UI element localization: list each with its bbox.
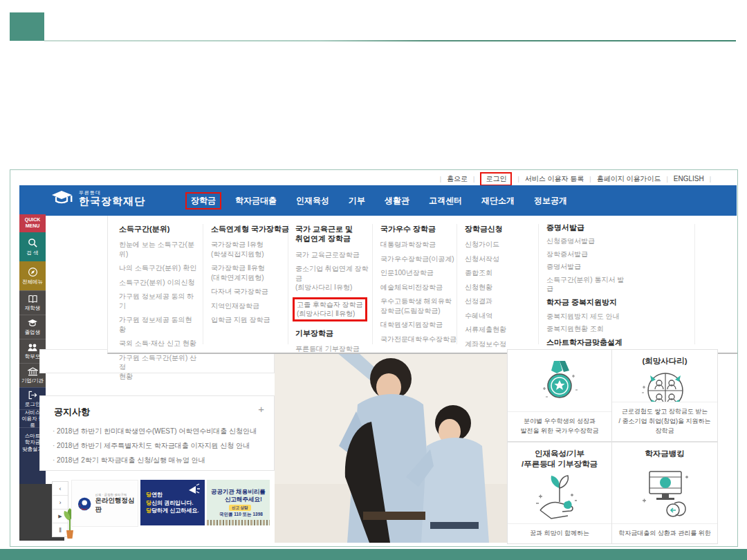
megamenu-item[interactable]: 증명서발급 bbox=[546, 262, 625, 272]
site-logo[interactable]: 푸른등대 한국장학재단 bbox=[51, 189, 145, 207]
promo-card-caption: 꿈과 희망이 함께하는 bbox=[508, 523, 611, 543]
megamenu-item[interactable]: 중복지원방지 제도 안내 bbox=[546, 312, 625, 321]
megamenu-item[interactable]: 가구원 정보제공 동의 하기 bbox=[119, 292, 198, 310]
megamenu-item[interactable]: 가구원 정보제공 동의현황 bbox=[119, 315, 198, 334]
notice-item[interactable]: 2018년 하반기 제주특별자치도 학자금대출 이자지원 신청 안내 bbox=[53, 441, 267, 451]
megamenu-item[interactable]: 국외 소득·재산 신고 현황 bbox=[119, 339, 198, 348]
megamenu-item[interactable]: 신청서작성 bbox=[465, 254, 544, 264]
megamenu-item[interactable]: 중복지원현황 조회 bbox=[546, 324, 625, 334]
megamenu-item[interactable]: 종합조회 bbox=[465, 268, 544, 278]
megamenu-header-excellence[interactable]: 국가우수 장학금 bbox=[380, 224, 459, 234]
nav-item-talent[interactable]: 인재육성 bbox=[286, 192, 339, 209]
megamenu-header-income[interactable]: 소득구간(분위) bbox=[119, 224, 198, 234]
nav-item-disclosure[interactable]: 정보공개 bbox=[524, 192, 577, 209]
megamenu-item[interactable]: 예술체육비전장학금 bbox=[380, 283, 459, 292]
megamenu-subheader-duplicate-prevention[interactable]: 학자금 중복지원방지 bbox=[546, 297, 625, 308]
banner-online-admin-appeal[interactable]: 신속 · 공정한 권리구제 온라인행정심판 bbox=[71, 480, 138, 527]
utility-link-register[interactable]: 서비스 이용자 등록 bbox=[525, 174, 584, 184]
notice-board: 공지사항 + 2018년 하반기 한미대학생연수(WEST) 어학연수비대출 신… bbox=[39, 395, 275, 471]
megamenu-item[interactable]: 수혜내역 bbox=[465, 311, 544, 321]
megamenu-item[interactable]: 장학증서발급 bbox=[546, 250, 625, 259]
utility-link-english[interactable]: ENGLISH bbox=[674, 175, 704, 183]
quickmenu-graduate[interactable]: 졸업생 bbox=[19, 315, 46, 339]
promo-card-title: (희망사다리) bbox=[612, 356, 717, 366]
notice-item[interactable]: 2018년 하반기 한미대학생연수(WEST) 어학연수비대출 신청안내 bbox=[53, 427, 267, 436]
slide-accent-square bbox=[10, 12, 44, 41]
promo-card-national-excellence[interactable]: 분야별 우수학생의 성장과 발전을 위한 국가우수장학금 bbox=[507, 349, 612, 442]
separator: | bbox=[517, 176, 519, 183]
banner1-title: 온라인행정심판 bbox=[95, 496, 138, 514]
quickmenu-all-menu[interactable]: 전체메뉴 bbox=[19, 261, 46, 290]
nav-item-service-center[interactable]: 고객센터 bbox=[419, 192, 472, 209]
notice-list: 2018년 하반기 한미대학생연수(WEST) 어학연수비대출 신청안내 201… bbox=[53, 427, 267, 470]
banner2-emphasis: 당 bbox=[146, 507, 151, 514]
megamenu-item[interactable]: 계좌정보수정 bbox=[465, 339, 544, 349]
megamenu-col-work-study: 국가 교육근로 및 취업연계 장학금 국가 교육근로장학금 중소기업 취업연계 … bbox=[295, 224, 374, 358]
hero-photo-graphic bbox=[275, 346, 507, 543]
megamenu-item[interactable]: 소득구간(분위) 이의신청 bbox=[119, 278, 198, 288]
megamenu-subheader-smart-plan[interactable]: 스마트학자금맞춤설계 bbox=[546, 337, 625, 348]
nav-menu: 장학금 학자금대출 인재육성 기부 생활관 고객센터 재단소개 정보공개 bbox=[181, 185, 577, 216]
megamenu-header-application[interactable]: 장학금신청 bbox=[465, 224, 544, 234]
megamenu-item[interactable]: 서류제출현황 bbox=[465, 325, 544, 335]
megamenu-item[interactable]: 가구원 소득구간(분위) 산정 현황 bbox=[119, 353, 198, 382]
megamenu-item[interactable]: 다자녀 국가장학금 bbox=[211, 287, 290, 297]
banking-monitor-icon bbox=[636, 467, 694, 523]
quickmenu-search-label: 검 색 bbox=[26, 250, 38, 256]
megamenu-header-certificates[interactable]: 증명서발급 bbox=[546, 223, 625, 232]
megamenu-item[interactable]: 국가장학금 Ⅰ유형 (학생직접지원형) bbox=[211, 240, 290, 259]
login-icon bbox=[28, 391, 37, 400]
megamenu-subheader-donation[interactable]: 기부장학금 bbox=[295, 328, 374, 339]
megamenu-item[interactable]: 국가장학금 Ⅱ유형 (대학연계지원형) bbox=[211, 263, 290, 282]
carousel-prev-button[interactable]: ‹ bbox=[53, 482, 68, 496]
promo-card-hope-ladder[interactable]: (희망사다리) 근로경험도 쌓고 장학금도 받는 / 중소기업 취업(창업)을 … bbox=[611, 349, 718, 442]
quickmenu-student-label: 재학생 bbox=[25, 305, 41, 311]
gradcap-logo-icon bbox=[51, 189, 75, 207]
megamenu-item[interactable]: 대통령과학장학금 bbox=[380, 240, 459, 250]
utility-link-guide[interactable]: 홈페이지 이용가이드 bbox=[597, 174, 661, 184]
bank-icon bbox=[28, 367, 38, 376]
megamenu-item[interactable]: 나의 소득구간(분위) 확인 bbox=[119, 263, 198, 273]
nav-item-donation[interactable]: 기부 bbox=[339, 192, 375, 209]
nav-item-loan[interactable]: 학자금대출 bbox=[225, 192, 286, 209]
banner-report-rights[interactable]: 당연한 당신의 권리입니다. 당당하게 신고하세요. bbox=[140, 480, 205, 525]
nav-item-dormitory[interactable]: 생활관 bbox=[375, 192, 419, 209]
megamenu-header-income-linked[interactable]: 소득연계형 국가장학금 bbox=[211, 224, 290, 234]
megamenu-item[interactable]: 한눈에 보는 소득구간(분위) bbox=[119, 240, 198, 259]
megamenu-item[interactable]: 국가우수장학금(이공계) bbox=[380, 254, 459, 264]
megamenu-item[interactable]: 국가전문대학우수장학금 bbox=[380, 335, 459, 344]
promo-card-talent-donation[interactable]: 인재육성/기부 /푸른등대 기부장학금 꿈과 희망이 함께하는 bbox=[507, 442, 612, 544]
megamenu-col-income-bracket: 소득구간(분위) 한눈에 보는 소득구간(분위) 나의 소득구간(분위) 확인 … bbox=[119, 224, 198, 386]
promo-card-caption: 분야별 우수학생의 성장과 발전을 위한 국가우수장학금 bbox=[508, 411, 611, 441]
megamenu-header-work-study[interactable]: 국가 교육근로 및 취업연계 장학금 bbox=[295, 224, 374, 244]
banner-hiring-corruption-report[interactable]: 공공기관 채용비리를 신고해주세요! 신고 상담 국민콜 110 또는 1398 bbox=[207, 480, 270, 525]
megamenu-item[interactable]: 인문100년장학금 bbox=[380, 268, 459, 278]
promo-card-caption: 학자금대출의 상환과 관리를 위한 bbox=[612, 523, 717, 543]
promo-card-banking[interactable]: 학자금뱅킹 학자금대출의 상환과 관리를 위한 bbox=[611, 442, 718, 544]
logo-main-text: 한국장학재단 bbox=[79, 196, 145, 207]
megamenu-item-highlighted-hope-ladder2[interactable]: 고졸 후학습자 장학금 (희망사다리 Ⅱ유형) bbox=[293, 297, 367, 321]
quickmenu-student[interactable]: 재학생 bbox=[19, 290, 46, 315]
megamenu-item[interactable]: 중소기업 취업연계 장학금 (희망사다리 Ⅰ유형) bbox=[295, 264, 374, 292]
utility-link-home[interactable]: 홈으로 bbox=[447, 174, 468, 184]
megamenu-item[interactable]: 지역인재장학금 bbox=[211, 301, 290, 311]
quickmenu-all-menu-label: 전체메뉴 bbox=[22, 279, 43, 285]
nav-item-scholarship[interactable]: 장학금 bbox=[185, 192, 221, 209]
megamenu-item[interactable]: 신청증명서발급 bbox=[546, 236, 625, 246]
megamenu-item[interactable]: 신청현황 bbox=[465, 283, 544, 292]
megamenu-item[interactable]: 대학원생지원장학금 bbox=[380, 320, 459, 330]
megamenu-item[interactable]: 신청가이드 bbox=[465, 240, 544, 250]
notice-item[interactable]: 2018년 2학기 학자금대출 신청/실행 매뉴얼 안내 bbox=[53, 456, 267, 465]
nav-item-about[interactable]: 재단소개 bbox=[472, 192, 524, 209]
slide-divider-line bbox=[44, 40, 736, 41]
notice-more-button[interactable]: + bbox=[258, 403, 264, 415]
megamenu-item[interactable]: 우수고등학생 해외유학 장학금(드림장학금) bbox=[380, 297, 459, 315]
quickmenu-search[interactable]: 검 색 bbox=[19, 232, 46, 261]
megamenu-item[interactable]: 푸른등대 기부장학금 bbox=[295, 344, 374, 354]
utility-link-login[interactable]: 로그인 bbox=[480, 172, 512, 186]
megamenu-item[interactable]: 입학금 지원 장학금 bbox=[211, 315, 290, 325]
megamenu-col-application: 장학금신청 신청가이드 신청서작성 종합조회 신청현황 선정결과 수혜내역 서류… bbox=[465, 224, 544, 353]
megamenu-item[interactable]: 국가 교육근로장학금 bbox=[295, 250, 374, 260]
megamenu-item[interactable]: 소득구간(분위) 통지서 발급 bbox=[546, 275, 625, 294]
megamenu-item[interactable]: 선정결과 bbox=[465, 297, 544, 306]
